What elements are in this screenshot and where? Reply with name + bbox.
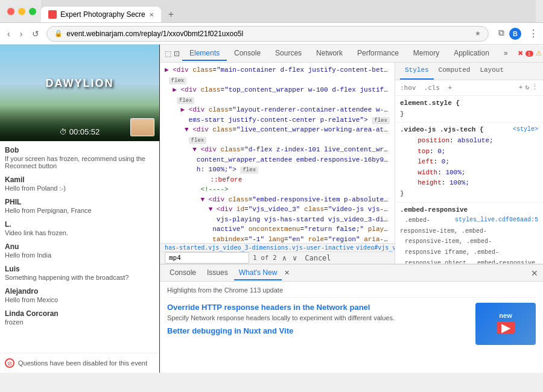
- warning-icon: ⚠: [536, 49, 542, 57]
- elements-line[interactable]: ▶ <div class="top_content_wrapper w-100 …: [160, 85, 395, 95]
- elements-line[interactable]: flex: [160, 95, 395, 106]
- profile-icon[interactable]: B: [509, 28, 521, 40]
- tab-network[interactable]: Network: [309, 46, 350, 61]
- breadcrumb-bar: has-started.vjs_video_3-dimensions.vjs-u…: [160, 243, 395, 251]
- chat-message: AnuHello from India: [5, 242, 154, 259]
- devtools-tab-list: Elements Console Sources Network Perform…: [182, 46, 515, 61]
- elements-line[interactable]: h: 100%;"> flex: [160, 165, 395, 175]
- elements-line[interactable]: ▼ <div class="d-flex z-index-101 live_co…: [160, 145, 395, 155]
- styles-header-tabs: Styles Computed Layout: [395, 63, 543, 80]
- elements-line[interactable]: tabindex="-1" lang="en" role="region" ar…: [160, 235, 395, 244]
- elements-line[interactable]: vjs-playing vjs-has-started vjs_video_3-…: [160, 215, 395, 225]
- styles-tab-styles[interactable]: Styles: [400, 63, 434, 80]
- chat-text: Video link has frozen.: [5, 229, 154, 236]
- find-next-button[interactable]: ∨: [291, 253, 299, 263]
- tab-elements[interactable]: Elements: [182, 46, 227, 61]
- styles-filter-bar: + ↻ ⋮: [395, 80, 543, 96]
- device-toolbar-button[interactable]: ⊡: [174, 48, 180, 60]
- find-cancel-button[interactable]: Cancel: [305, 254, 331, 262]
- address-bar-row: ‹ › ↺ 🔒 event.webinarjam.com/replay/1/xx…: [0, 23, 543, 45]
- tab-sources[interactable]: Sources: [268, 46, 309, 61]
- questions-disabled-text: Questions have been disabled for this ev…: [18, 359, 147, 367]
- more-styles-options-icon[interactable]: ⋮: [532, 83, 538, 93]
- video-sign-text: DAWYLION: [46, 77, 114, 90]
- devtools-panel: ⬚ ⊡ Elements Console Sources Network Per…: [160, 45, 543, 373]
- active-tab[interactable]: Expert Photography Secre ✕: [41, 7, 161, 22]
- console-tab-console[interactable]: Console: [165, 266, 201, 280]
- elements-line[interactable]: nactive" oncontextmenu="return false;" p…: [160, 224, 395, 235]
- styles-tab-layout[interactable]: Layout: [475, 63, 509, 80]
- browser-titlebar: Expert Photography Secre ✕ +: [0, 0, 543, 23]
- video-area: 1.00 DAWYLION ⏱ 00:05:52: [0, 45, 159, 141]
- breadcrumb-item-1[interactable]: has-started.vjs_video_3-dimensions.vjs-u…: [165, 244, 354, 251]
- tab-application[interactable]: Application: [446, 46, 497, 61]
- forward-button[interactable]: ›: [17, 28, 25, 40]
- browser-content: 1.00 DAWYLION ⏱ 00:05:52 BobIf your scre…: [0, 45, 543, 373]
- find-count: 1 of 2: [253, 254, 277, 262]
- elements-line[interactable]: ▶ <div class="layout-renderer-container-…: [160, 105, 395, 115]
- tab-console[interactable]: Console: [227, 46, 268, 61]
- chat-name: Luis: [5, 265, 154, 273]
- close-traffic-light[interactable]: [7, 8, 14, 15]
- find-prev-button[interactable]: ∧: [281, 253, 288, 263]
- chat-message: Linda Corcoranfrozen: [5, 309, 154, 326]
- devtools-bottom: Console Issues What's New ✕ ✕ Highlights…: [160, 264, 543, 373]
- elements-line[interactable]: ▼ <div id="vjs_video_3" class="video-js …: [160, 204, 395, 215]
- back-button[interactable]: ‹: [5, 28, 13, 40]
- styles-filter-icons: + ↻ ⋮: [519, 83, 538, 93]
- styles-filter-input[interactable]: [400, 84, 515, 92]
- new-style-rule-icon[interactable]: +: [519, 83, 523, 93]
- breadcrumb-item-2[interactable]: video#vjs_video_3_html5_api.vjs-tech: [356, 244, 395, 251]
- elements-line[interactable]: <!---->: [160, 185, 395, 195]
- extensions-icon[interactable]: ⧉: [498, 28, 504, 40]
- tab-more[interactable]: »: [497, 46, 515, 61]
- minimize-traffic-light[interactable]: [18, 8, 25, 15]
- devtools-body: ▶ <div class="main-container d-flex just…: [160, 63, 543, 373]
- elements-line[interactable]: flex: [160, 135, 395, 145]
- elements-panel-container: ▶ <div class="main-container d-flex just…: [160, 63, 395, 264]
- video-timer: ⏱ 00:05:52: [60, 127, 100, 136]
- chat-text: Hello from India: [5, 251, 154, 259]
- find-input[interactable]: [165, 252, 249, 264]
- chat-name: PHIL: [5, 198, 154, 206]
- chat-name: Kamil: [5, 175, 154, 184]
- elements-line[interactable]: content_wrapper_attendee embed-responsiv…: [160, 155, 395, 165]
- inspect-element-button[interactable]: ⬚: [165, 48, 171, 60]
- console-tab-issues[interactable]: Issues: [202, 266, 233, 280]
- whats-new-item-2-title[interactable]: Better debugging in Nuxt and Vite: [167, 326, 468, 335]
- tab-close-button[interactable]: ✕: [149, 11, 154, 18]
- more-options-icon[interactable]: ⋮: [529, 28, 538, 40]
- chat-text: frozen: [5, 318, 154, 326]
- chat-text: Something happening with the broadcast?: [5, 274, 154, 281]
- tab-title: Expert Photography Secre: [60, 10, 145, 19]
- elements-line[interactable]: ▼ <div class="embed-responsive-item p-ab…: [160, 195, 395, 205]
- elements-line[interactable]: ::before: [160, 175, 395, 185]
- elements-line[interactable]: flex: [160, 75, 395, 86]
- thumbnail-content: new ▶: [497, 312, 515, 336]
- timer-value: 00:05:52: [69, 127, 100, 136]
- whats-new-content-area: Highlights from the Chrome 113 update Ov…: [167, 286, 536, 345]
- elements-panel: ▶ <div class="main-container d-flex just…: [160, 63, 395, 243]
- reload-button[interactable]: ↺: [30, 28, 42, 40]
- tab-performance[interactable]: Performance: [350, 46, 406, 61]
- chat-message: KamilHello from Poland :-): [5, 175, 154, 192]
- console-tab-whats-new[interactable]: What's New: [234, 266, 282, 280]
- whats-new-header: Highlights from the Chrome 113 update: [167, 286, 536, 298]
- elements-line[interactable]: ▶ <div class="main-container d-flex just…: [160, 65, 395, 75]
- elements-line[interactable]: ems-start justify-content-center p-relat…: [160, 115, 395, 125]
- address-bar[interactable]: 🔒 event.webinarjam.com/replay/1/xxov0bmt…: [46, 26, 489, 42]
- maximize-traffic-light[interactable]: [29, 8, 36, 15]
- refresh-styles-icon[interactable]: ↻: [525, 83, 529, 93]
- css-rule-vjstech: .video-js .vjs-tech { <style> position: …: [395, 122, 543, 202]
- styles-tab-computed[interactable]: Computed: [434, 63, 475, 80]
- chat-message: PHILHello from Perpignan, France: [5, 198, 154, 214]
- chat-text: If your screen has frozen, recommend usi…: [5, 155, 154, 169]
- tab-memory[interactable]: Memory: [406, 46, 446, 61]
- new-tab-button[interactable]: +: [164, 7, 179, 22]
- whats-new-close-x[interactable]: ✕: [284, 269, 290, 277]
- css-rule-element-style: element.style { }: [395, 96, 543, 122]
- error-badge-group: ✖ 1: [518, 49, 533, 57]
- whats-new-item-1-title[interactable]: Override HTTP response headers in the Ne…: [167, 303, 468, 312]
- close-console-panel-button[interactable]: ✕: [531, 268, 538, 278]
- elements-line[interactable]: ▼ <div class="live_content_wrapper-worki…: [160, 125, 395, 135]
